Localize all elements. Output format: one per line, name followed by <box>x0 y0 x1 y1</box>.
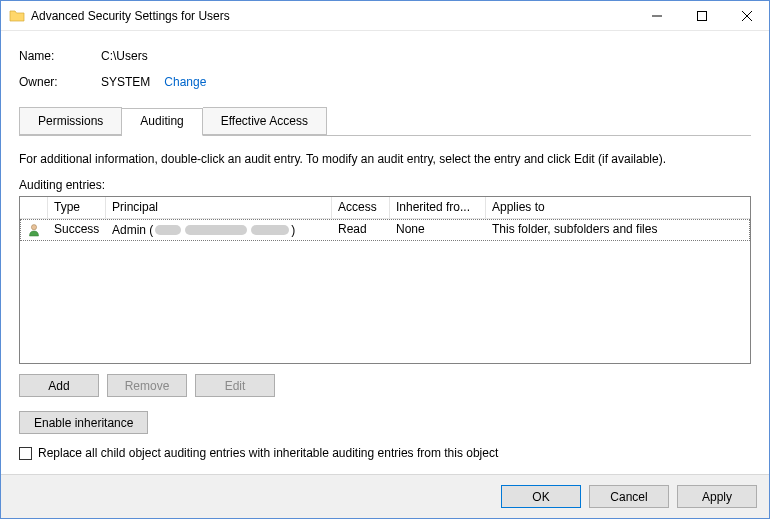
entry-principal: Admin () <box>106 219 332 241</box>
apply-button[interactable]: Apply <box>677 485 757 508</box>
replace-checkbox[interactable] <box>19 447 32 460</box>
column-principal[interactable]: Principal <box>106 197 332 219</box>
remove-button[interactable]: Remove <box>107 374 187 397</box>
ok-button[interactable]: OK <box>501 485 581 508</box>
svg-line-3 <box>742 11 752 21</box>
redacted-text <box>155 225 181 235</box>
enable-inheritance-button[interactable]: Enable inheritance <box>19 411 148 434</box>
entry-inherited-from: None <box>390 219 486 241</box>
redacted-text <box>185 225 247 235</box>
owner-row: Owner: SYSTEM Change <box>19 75 751 89</box>
tab-auditing[interactable]: Auditing <box>122 108 202 136</box>
tabs: Permissions Auditing Effective Access <box>19 107 751 136</box>
entry-type: Success <box>48 219 106 241</box>
instructions-text: For additional information, double-click… <box>19 152 751 166</box>
dialog-footer: OK Cancel Apply <box>1 474 769 518</box>
redacted-text <box>251 225 289 235</box>
column-applies-to[interactable]: Applies to <box>486 197 750 219</box>
auditing-entries-label: Auditing entries: <box>19 178 751 192</box>
column-icon[interactable] <box>20 197 48 219</box>
name-label: Name: <box>19 49 101 63</box>
edit-button[interactable]: Edit <box>195 374 275 397</box>
maximize-button[interactable] <box>679 1 724 30</box>
window-controls <box>634 1 769 30</box>
svg-point-4 <box>31 225 36 230</box>
minimize-button[interactable] <box>634 1 679 30</box>
auditing-listview[interactable]: Type Principal Access Inherited fro... A… <box>19 196 751 364</box>
entry-applies-to: This folder, subfolders and files <box>486 219 750 241</box>
column-access[interactable]: Access <box>332 197 390 219</box>
column-inherited-from[interactable]: Inherited fro... <box>390 197 486 219</box>
entry-access: Read <box>332 219 390 241</box>
cancel-button[interactable]: Cancel <box>589 485 669 508</box>
content: Name: C:\Users Owner: SYSTEM Change Perm… <box>1 31 769 474</box>
name-value: C:\Users <box>101 49 148 63</box>
principal-suffix: ) <box>291 223 295 237</box>
titlebar: Advanced Security Settings for Users <box>1 1 769 31</box>
svg-rect-1 <box>697 11 706 20</box>
add-button[interactable]: Add <box>19 374 99 397</box>
change-owner-link[interactable]: Change <box>164 75 206 89</box>
owner-value: SYSTEM <box>101 75 150 89</box>
replace-checkbox-row: Replace all child object auditing entrie… <box>19 446 751 460</box>
tab-permissions[interactable]: Permissions <box>19 107 122 135</box>
svg-line-2 <box>742 11 752 21</box>
tab-effective-access[interactable]: Effective Access <box>203 107 327 135</box>
name-row: Name: C:\Users <box>19 49 751 63</box>
inheritance-buttons: Enable inheritance <box>19 411 751 434</box>
entry-buttons: Add Remove Edit <box>19 374 751 397</box>
close-button[interactable] <box>724 1 769 30</box>
replace-checkbox-label: Replace all child object auditing entrie… <box>38 446 498 460</box>
auditing-entry-row[interactable]: Success Admin () Read None This folder, … <box>20 219 750 241</box>
window-title: Advanced Security Settings for Users <box>31 9 634 23</box>
folder-icon <box>9 8 25 24</box>
column-type[interactable]: Type <box>48 197 106 219</box>
principal-prefix: Admin ( <box>112 223 153 237</box>
user-icon <box>20 219 48 241</box>
listview-header: Type Principal Access Inherited fro... A… <box>20 197 750 219</box>
owner-label: Owner: <box>19 75 101 89</box>
window: Advanced Security Settings for Users Nam… <box>0 0 770 519</box>
